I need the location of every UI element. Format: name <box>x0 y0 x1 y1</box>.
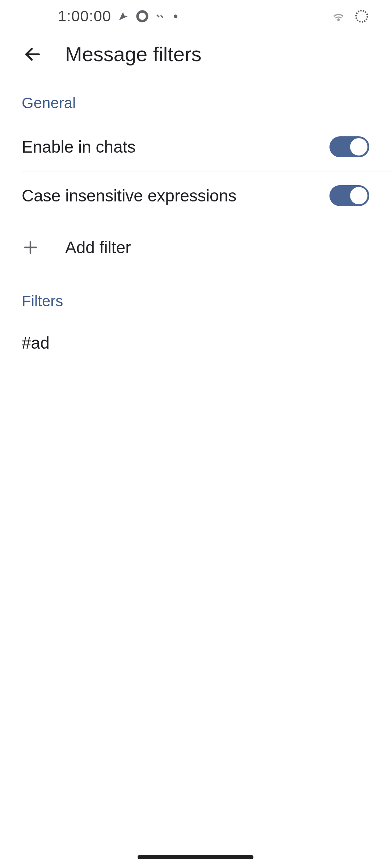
filter-list-item[interactable]: #ad <box>22 321 391 365</box>
auto-rotate-icon <box>156 11 167 22</box>
page-title: Message filters <box>65 42 202 66</box>
toggle-enable-in-chats[interactable] <box>329 136 369 157</box>
location-icon <box>118 11 129 22</box>
status-time: 1:00:00 <box>58 8 111 25</box>
back-button[interactable] <box>22 43 43 65</box>
dot-icon <box>173 14 178 18</box>
toggle-knob <box>350 138 367 156</box>
svg-point-2 <box>338 19 339 21</box>
section-header-filters: Filters <box>0 275 391 321</box>
setting-label: Enable in chats <box>22 137 136 157</box>
app-bar: Message filters <box>0 33 391 76</box>
toggle-case-insensitive[interactable] <box>329 185 369 206</box>
svg-point-3 <box>356 10 367 22</box>
status-bar: 1:00:00 <box>0 0 391 33</box>
circle-icon <box>135 9 150 24</box>
section-header-general: General <box>0 76 391 123</box>
status-left: 1:00:00 <box>58 8 178 25</box>
toggle-knob <box>350 187 367 204</box>
svg-point-0 <box>138 12 147 21</box>
setting-enable-in-chats[interactable]: Enable in chats <box>22 123 391 171</box>
navigation-handle[interactable] <box>138 855 253 859</box>
status-right <box>332 9 369 24</box>
loading-ring-icon <box>354 9 369 24</box>
plus-icon <box>22 239 39 256</box>
wifi-icon <box>332 9 345 23</box>
setting-label: Case insensitive expressions <box>22 186 236 205</box>
filter-item-label: #ad <box>22 333 50 352</box>
arrow-left-icon <box>23 45 42 64</box>
add-filter-button[interactable]: Add filter <box>0 220 391 275</box>
setting-case-insensitive[interactable]: Case insensitive expressions <box>22 171 391 220</box>
svg-point-1 <box>174 14 177 18</box>
content: General Enable in chats Case insensitive… <box>0 76 391 365</box>
add-filter-label: Add filter <box>65 238 131 257</box>
